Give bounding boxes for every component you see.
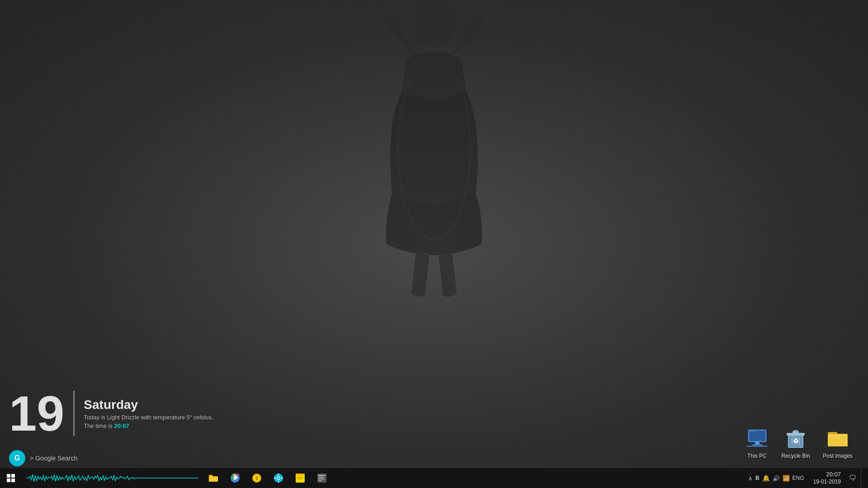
svg-text:$: $ xyxy=(255,476,258,481)
app3-icon: $ xyxy=(251,473,262,483)
desktop: 19 Saturday Today is Light Drizzle with … xyxy=(0,0,868,488)
clock-date: 19-01-2019 xyxy=(813,479,841,486)
svg-rect-39 xyxy=(297,477,303,478)
svg-rect-5 xyxy=(752,444,762,446)
svg-rect-14 xyxy=(792,437,793,445)
taskbar-app-6[interactable] xyxy=(311,468,333,488)
svg-rect-15 xyxy=(795,437,796,445)
google-letter: G xyxy=(14,454,20,462)
tray-b-icon[interactable]: B xyxy=(755,475,760,481)
taskbar-app-chrome[interactable] xyxy=(224,468,246,488)
recycle-bin-label: Recycle Bin xyxy=(782,453,810,459)
svg-rect-4 xyxy=(755,442,760,444)
svg-rect-23 xyxy=(11,479,15,482)
svg-point-26 xyxy=(234,477,237,480)
taskbar-apps: $ xyxy=(203,468,333,488)
taskbar-right: ∧ B 🔔 🔊 📶 ENG 20:07 19-01-2019 🗨 xyxy=(745,468,868,488)
recycle-bin-svg: ♻ xyxy=(785,427,806,450)
post-images-icon-img xyxy=(826,427,849,450)
taskbar: $ xyxy=(0,468,868,488)
svg-rect-44 xyxy=(318,479,325,479)
tray-network-icon[interactable]: 📶 xyxy=(783,475,790,482)
svg-point-32 xyxy=(278,477,280,479)
svg-rect-22 xyxy=(7,479,10,482)
taskbar-app-3[interactable]: $ xyxy=(246,468,268,488)
svg-rect-45 xyxy=(318,480,322,481)
this-pc-svg xyxy=(746,429,769,448)
tray-expand-icon[interactable]: ∧ xyxy=(748,475,753,482)
show-desktop-button[interactable] xyxy=(861,468,864,488)
svg-rect-21 xyxy=(11,474,15,478)
post-images-label: Post images xyxy=(823,453,853,459)
svg-rect-36 xyxy=(281,478,283,479)
day-number: 19 xyxy=(9,389,64,438)
desktop-icons: This PC ♻ xyxy=(744,425,854,461)
svg-rect-18 xyxy=(828,435,848,446)
figure-silhouette xyxy=(366,0,502,298)
time-label: The time is xyxy=(84,422,114,429)
google-button[interactable]: G xyxy=(9,450,25,466)
taskbar-app-file-explorer[interactable] xyxy=(203,468,224,488)
taskbar-app-sticky-notes[interactable] xyxy=(289,468,311,488)
sticky-notes-icon xyxy=(295,473,306,483)
app6-icon xyxy=(316,473,327,483)
tray-volume-icon[interactable]: 🔊 xyxy=(773,475,780,482)
search-widget[interactable]: G > Google Search xyxy=(9,450,77,466)
chrome-icon xyxy=(230,473,241,483)
file-explorer-icon xyxy=(208,473,219,483)
date-divider xyxy=(73,391,75,436)
clock-time: 20:07 xyxy=(826,471,841,479)
svg-rect-43 xyxy=(318,477,324,478)
this-pc-label: This PC xyxy=(747,453,767,459)
svg-rect-40 xyxy=(297,479,302,479)
date-info: Saturday Today is Light Drizzle with tem… xyxy=(84,398,213,429)
system-tray: ∧ B 🔔 🔊 📶 ENG xyxy=(745,468,808,488)
post-images-svg xyxy=(826,428,849,448)
taskbar-waveform xyxy=(22,468,203,488)
svg-rect-33 xyxy=(278,474,279,475)
svg-rect-35 xyxy=(274,478,276,479)
desktop-icon-post-images[interactable]: Post images xyxy=(821,425,854,461)
taskbar-app-4[interactable] xyxy=(268,468,289,488)
svg-rect-20 xyxy=(7,474,10,478)
notification-center-icon[interactable]: 🗨 xyxy=(846,474,859,482)
tray-notification-icon[interactable]: 🔔 xyxy=(762,474,770,482)
weather-text: Today is Light Drizzle with temperature … xyxy=(84,414,213,421)
svg-rect-12 xyxy=(793,430,798,432)
time-value: 20:07 xyxy=(114,422,129,429)
svg-rect-6 xyxy=(747,446,768,447)
start-button[interactable] xyxy=(0,468,22,488)
tray-language[interactable]: ENG xyxy=(793,475,804,481)
windows-logo-icon xyxy=(7,474,15,482)
svg-rect-16 xyxy=(799,437,800,445)
date-widget: 19 Saturday Today is Light Drizzle with … xyxy=(9,389,213,438)
figure-svg xyxy=(366,0,502,298)
svg-rect-3 xyxy=(749,431,765,441)
svg-rect-7 xyxy=(750,431,756,432)
google-search-text[interactable]: > Google Search xyxy=(30,455,77,462)
recycle-bin-icon-img: ♻ xyxy=(784,427,807,450)
svg-rect-19 xyxy=(828,435,847,436)
clock-area[interactable]: 20:07 19-01-2019 xyxy=(810,471,844,485)
desktop-icon-this-pc[interactable]: This PC xyxy=(744,425,771,461)
day-name: Saturday xyxy=(84,398,213,412)
time-text: The time is 20:07 xyxy=(84,422,213,429)
svg-point-0 xyxy=(414,2,454,47)
taskbar-left: $ xyxy=(0,468,333,488)
waveform-svg xyxy=(26,472,198,484)
desktop-icon-recycle-bin[interactable]: ♻ Recycle Bin xyxy=(780,425,812,461)
app4-icon xyxy=(273,473,284,483)
svg-rect-42 xyxy=(318,475,326,476)
wallpaper-figure xyxy=(344,0,524,307)
this-pc-icon-img xyxy=(745,427,769,450)
svg-rect-34 xyxy=(278,481,279,483)
svg-rect-38 xyxy=(296,474,305,476)
